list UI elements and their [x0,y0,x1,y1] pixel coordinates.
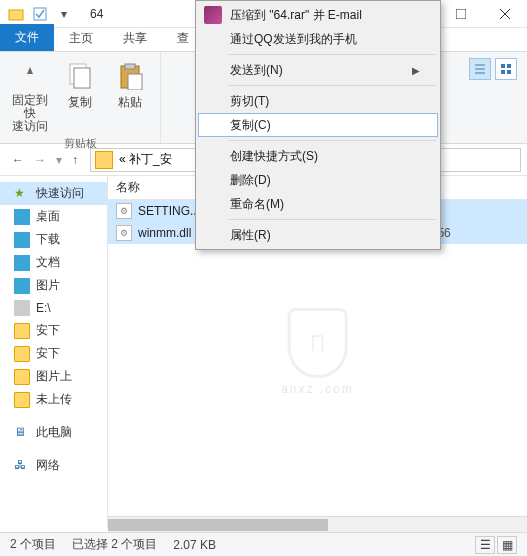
folder-icon [14,369,30,385]
svg-rect-7 [74,68,90,88]
nav-label: 桌面 [36,208,60,225]
view-icons-small-button[interactable]: ▦ [497,536,517,554]
network-icon: 🖧 [14,458,30,474]
menu-item[interactable]: 删除(D) [198,168,438,192]
nav-pictures[interactable]: 图片 [0,274,107,297]
scrollbar-thumb[interactable] [108,519,328,531]
paste-icon [114,60,146,92]
tab-share[interactable]: 共享 [108,25,162,51]
nav-network[interactable]: 🖧网络 [0,454,107,477]
view-details-button[interactable] [469,58,491,80]
download-icon [14,232,30,248]
folder-icon [14,392,30,408]
menu-item-label: 发送到(N) [230,62,283,79]
copy-label: 复制 [68,94,92,111]
menu-separator [228,219,436,220]
tab-home[interactable]: 主页 [54,25,108,51]
close-button[interactable] [483,0,527,28]
folder-icon [14,323,30,339]
nav-label: 文档 [36,254,60,271]
back-button[interactable]: ← [12,153,24,167]
nav-quick-access[interactable]: ★快速访问 [0,182,107,205]
svg-rect-17 [507,70,511,74]
svg-rect-16 [501,70,505,74]
nav-label: E:\ [36,301,51,315]
status-bar: 2 个项目 已选择 2 个项目 2.07 KB ☰ ▦ [0,532,527,556]
menu-item[interactable]: 重命名(M) [198,192,438,216]
menu-item[interactable]: 剪切(T) [198,89,438,113]
file-icon: ⚙ [116,203,132,219]
nav-label: 快速访问 [36,185,84,202]
menu-item-label: 创建快捷方式(S) [230,148,318,165]
menu-separator [228,85,436,86]
up-button[interactable]: ↑ [72,153,78,167]
status-view-switcher: ☰ ▦ [475,536,517,554]
nav-label: 安下 [36,345,60,362]
dropdown-icon[interactable]: ▾ [56,6,72,22]
nav-label: 此电脑 [36,424,72,441]
tab-file[interactable]: 文件 [0,24,54,51]
svg-rect-10 [128,74,142,90]
nav-folder[interactable]: 图片上 [0,365,107,388]
menu-item-label: 删除(D) [230,172,271,189]
properties-icon[interactable] [32,6,48,22]
svg-rect-15 [507,64,511,68]
nav-folder[interactable]: 安下 [0,342,107,365]
quick-access-toolbar: ▾ [0,6,80,22]
forward-button[interactable]: → [34,153,46,167]
menu-item[interactable]: 创建快捷方式(S) [198,144,438,168]
star-icon: ★ [14,186,30,202]
menu-separator [228,140,436,141]
nav-label: 图片上 [36,368,72,385]
ribbon-group-clipboard: 固定到快 速访问 复制 粘贴 剪贴板 [0,52,161,143]
menu-item[interactable]: 属性(R) [198,223,438,247]
pin-button[interactable]: 固定到快 速访问 [8,56,52,134]
menu-item-label: 剪切(T) [230,93,269,110]
paste-label: 粘贴 [118,94,142,111]
menu-item[interactable]: 复制(C) [198,113,438,137]
watermark-text: anxz .com [281,382,354,396]
menu-item[interactable]: 压缩到 "64.rar" 并 E-mail [198,3,438,27]
menu-item-label: 通过QQ发送到我的手机 [230,31,357,48]
nav-edrive[interactable]: E:\ [0,297,107,319]
pin-icon [14,60,46,92]
menu-item[interactable]: 通过QQ发送到我的手机 [198,27,438,51]
nav-folder[interactable]: 安下 [0,319,107,342]
status-size: 2.07 KB [173,538,216,552]
nav-this-pc[interactable]: 🖥此电脑 [0,421,107,444]
breadcrumb-segment[interactable]: « 补丁_安 [119,151,172,168]
nav-label: 图片 [36,277,60,294]
nav-documents[interactable]: 文档 [0,251,107,274]
menu-item[interactable]: 发送到(N)▶ [198,58,438,82]
copy-button[interactable]: 复制 [58,56,102,111]
submenu-arrow-icon: ▶ [412,65,420,76]
context-menu: 压缩到 "64.rar" 并 E-mail通过QQ发送到我的手机发送到(N)▶剪… [195,0,441,250]
winrar-icon [204,6,222,24]
view-icons-button[interactable] [495,58,517,80]
nav-label: 未上传 [36,391,72,408]
desktop-icon [14,209,30,225]
recent-dropdown[interactable]: ▾ [56,153,62,167]
navigation-pane[interactable]: ★快速访问 桌面 下载 文档 图片 E:\ 安下 安下 图片上 未上传 🖥此电脑… [0,176,108,528]
nav-downloads[interactable]: 下载 [0,228,107,251]
nav-label: 安下 [36,322,60,339]
picture-icon [14,278,30,294]
menu-item-label: 压缩到 "64.rar" 并 E-mail [230,7,362,24]
nav-label: 下载 [36,231,60,248]
nav-folder[interactable]: 未上传 [0,388,107,411]
file-icon: ⚙ [116,225,132,241]
copy-icon [64,60,96,92]
pin-label: 固定到快 速访问 [8,94,52,134]
folder-icon [95,151,113,169]
nav-desktop[interactable]: 桌面 [0,205,107,228]
drive-icon [14,300,30,316]
watermark: anxz .com [281,308,354,396]
horizontal-scrollbar[interactable] [108,516,527,532]
menu-separator [228,54,436,55]
menu-item-label: 复制(C) [230,117,271,134]
shield-icon [288,308,348,378]
paste-button[interactable]: 粘贴 [108,56,152,111]
maximize-button[interactable] [439,0,483,28]
view-details-small-button[interactable]: ☰ [475,536,495,554]
menu-item-label: 重命名(M) [230,196,284,213]
